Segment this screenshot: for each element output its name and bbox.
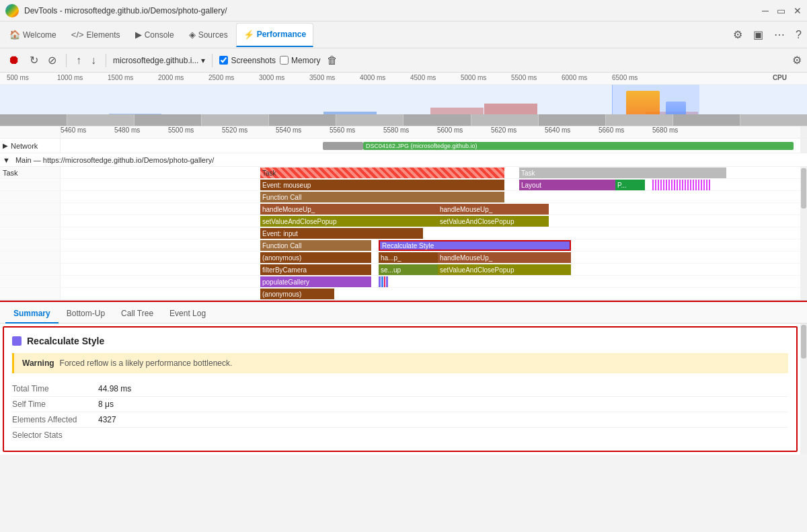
bottom-tabs: Summary Bottom-Up Call Tree Event Log [0, 302, 807, 324]
flame-bar-event-input[interactable]: Event: input [260, 228, 423, 239]
flame-bar-function-call[interactable]: Function Call [260, 192, 504, 202]
help-icon[interactable]: ? [793, 26, 804, 44]
flame-row-1: Event: mouseup Layout P... [0, 179, 807, 191]
ruler-6000: 6000 ms [562, 74, 587, 81]
ruler-6500: 6500 ms [612, 74, 638, 81]
screenshots-checkbox[interactable] [219, 56, 228, 65]
flame-row-9-content: populateGallery [61, 276, 800, 287]
memory-label: Memory [291, 56, 320, 65]
tab-performance[interactable]: ⚡ Performance [236, 23, 313, 47]
elements-icon: </> [71, 30, 84, 40]
flame-row-0-label: Task [0, 167, 61, 178]
bottom-content-area: Recalculate Style Warning Forced reflow … [0, 324, 807, 455]
main-track-label: ▼ Main — https://microsoftedge.github.io… [0, 153, 217, 166]
download-button[interactable]: ↓ [88, 53, 99, 68]
summary-panel: Recalculate Style Warning Forced reflow … [3, 326, 798, 452]
flame-vscroll[interactable] [800, 167, 807, 300]
separator-1 [66, 54, 67, 67]
flame-bar-anon-1[interactable]: (anonymous) [260, 252, 371, 263]
separator-3 [212, 54, 213, 67]
flame-bar-setvalue-short[interactable]: setValueAndClosePopup [438, 216, 549, 227]
network-bar-gray [323, 142, 363, 150]
memory-check[interactable]: Memory [280, 56, 320, 65]
ruler-4500: 4500 ms [410, 74, 436, 81]
flame-bar-filter[interactable]: filterByCamera [260, 264, 371, 275]
tab-bottom-up[interactable]: Bottom-Up [59, 305, 113, 324]
network-track-content: DSC04162.JPG (microsoftedge.github.io) [61, 139, 800, 153]
title-bar-text: DevTools - microsoftedge.github.io/Demos… [24, 6, 757, 15]
tab-event-log[interactable]: Event Log [161, 305, 214, 324]
tab-call-tree[interactable]: Call Tree [113, 305, 161, 324]
more-tabs-icon[interactable]: ⋯ [771, 26, 787, 44]
flame-bar-se-up[interactable]: se...up [379, 264, 438, 275]
screenshots-check[interactable]: Screenshots [219, 56, 276, 65]
flame-bar-function-call-2[interactable]: Function Call [260, 240, 371, 251]
url-dropdown-icon[interactable]: ▾ [201, 56, 205, 65]
overview-ruler: 500 ms 1000 ms 1500 ms 2000 ms 2500 ms 3… [0, 73, 807, 85]
flame-bar-handle-short-2[interactable]: handleMouseUp_ [438, 252, 571, 263]
flame-bar-recalculate-style[interactable]: Recalculate Style [379, 240, 571, 251]
flame-bar-anon-2[interactable]: (anonymous) [260, 289, 334, 299]
flame-bar-hap[interactable]: ha...p_ [379, 252, 438, 263]
tab-elements[interactable]: </> Elements [65, 23, 127, 47]
settings-icon[interactable]: ⚙ [792, 54, 802, 67]
detail-tick-5480: 5480 ms [114, 126, 140, 134]
sources-icon: ◈ [189, 30, 196, 40]
detail-tick-5660: 5660 ms [599, 126, 624, 134]
info-row-self-time: Self Time 8 μs [12, 397, 788, 412]
tab-sources[interactable]: ◈ Sources [182, 23, 235, 47]
selector-stats-row[interactable]: Selector Stats [12, 428, 788, 443]
upload-button[interactable]: ↑ [73, 53, 84, 68]
info-row-elements: Elements Affected 4327 [12, 412, 788, 428]
network-expand-icon[interactable]: ▶ [3, 142, 8, 149]
memory-checkbox[interactable] [280, 56, 289, 65]
record-button[interactable]: ⏺ [5, 52, 23, 69]
bottom-vscroll-thumb[interactable] [801, 325, 806, 358]
main-expand-icon[interactable]: ▼ [3, 156, 10, 164]
flame-bar-mini-right [379, 276, 416, 287]
flame-bar-mouseup[interactable]: Event: mouseup [260, 180, 504, 190]
delete-button[interactable]: 🗑 [324, 53, 340, 68]
close-button[interactable]: ✕ [794, 5, 802, 16]
flame-row-8-label [0, 264, 61, 275]
ruler-2500: 2500 ms [208, 74, 234, 81]
network-label[interactable]: ▶ Network [0, 139, 61, 153]
flame-row-1-label [0, 179, 61, 190]
reload-button[interactable]: ↻ [27, 52, 41, 68]
ruler-1000: 1000 ms [57, 74, 83, 81]
clear-button[interactable]: ⊘ [45, 52, 59, 68]
flame-row-3-label [0, 203, 61, 215]
flame-row-10: (anonymous) [0, 288, 807, 300]
bottom-vscroll[interactable] [800, 324, 807, 455]
maximize-button[interactable]: ▭ [777, 5, 785, 16]
settings-tab-icon[interactable]: ⚙ [730, 26, 745, 44]
flame-row-2: Function Call [0, 191, 807, 203]
flame-row-0: Task Task Task [0, 167, 807, 179]
flame-bar-paint[interactable]: P... [615, 180, 645, 190]
flame-bar-populate[interactable]: populateGallery [260, 276, 371, 287]
flame-row-3: handleMouseUp_ handleMouseUp_ [0, 203, 807, 215]
self-time-label: Self Time [12, 400, 93, 409]
flame-row-10-label [0, 288, 61, 299]
ruler-5000: 5000 ms [461, 74, 486, 81]
overview-graph[interactable] [0, 85, 807, 126]
flame-bar-task-red-0[interactable]: Task [260, 167, 504, 178]
tab-summary[interactable]: Summary [5, 305, 59, 324]
minimize-button[interactable]: ─ [762, 5, 769, 16]
flame-chart: Task Task Task Event: mouseup Layout P..… [0, 167, 807, 300]
tab-welcome-label: Welcome [23, 30, 56, 40]
toolbar: ⏺ ↻ ⊘ ↑ ↓ microsoftedge.github.i... ▾ Sc… [0, 48, 807, 73]
tab-welcome[interactable]: 🏠 Welcome [3, 23, 63, 47]
flame-row-9-label [0, 276, 61, 287]
performance-icon: ⚡ [243, 30, 254, 40]
main-track-label-text: Main — https://microsoftedge.github.io/D… [15, 156, 214, 164]
flame-bar-task-0[interactable]: Task [519, 167, 726, 178]
tab-console[interactable]: ▶ Console [128, 23, 181, 47]
dock-icon[interactable]: ▣ [751, 26, 766, 44]
flame-vscroll-thumb[interactable] [801, 168, 806, 208]
flame-bar-set-short-2[interactable]: setValueAndClosePopup [438, 264, 571, 275]
cpu-label: CPU [773, 74, 787, 81]
ruler-5500: 5500 ms [511, 74, 537, 81]
flame-bar-handlemouseup-short[interactable]: handleMouseUp_ [438, 204, 549, 215]
flame-bar-layout[interactable]: Layout [519, 180, 615, 190]
